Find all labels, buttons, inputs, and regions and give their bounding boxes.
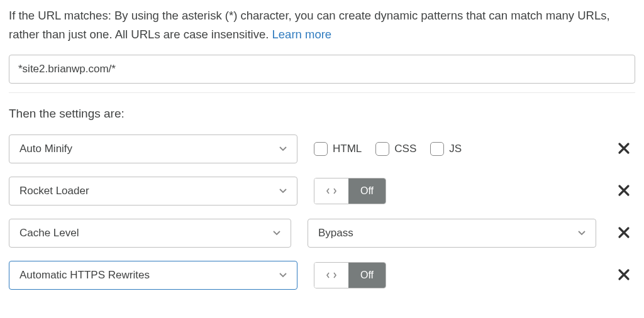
chevron-down-icon: [279, 189, 287, 194]
toggle-thumb-icon: [314, 178, 348, 204]
toggle-state-label: Off: [348, 178, 386, 204]
setting-select-https-rewrites[interactable]: Automatic HTTPS Rewrites: [9, 261, 297, 290]
divider: [9, 92, 635, 93]
setting-select-rocket-loader[interactable]: Rocket Loader: [9, 177, 297, 206]
select-label: Auto Minify: [19, 143, 72, 155]
url-match-help: If the URL matches: By using the asteris…: [9, 6, 635, 43]
chevron-down-icon: [273, 231, 280, 236]
select-label: Cache Level: [19, 227, 79, 239]
select-label: Automatic HTTPS Rewrites: [19, 269, 150, 282]
setting-select-cache-level[interactable]: Cache Level: [9, 219, 291, 248]
toggle-thumb-icon: [314, 263, 348, 288]
rocket-loader-toggle[interactable]: Off: [314, 178, 386, 204]
checkbox-label: JS: [449, 143, 462, 155]
chevron-down-icon: [578, 231, 586, 236]
chevron-down-icon: [279, 146, 287, 151]
checkbox-js[interactable]: JS: [430, 142, 462, 156]
checkbox-label: HTML: [333, 143, 362, 155]
toggle-state-label: Off: [348, 263, 386, 288]
settings-section-label: Then the settings are:: [9, 107, 635, 121]
setting-row: Auto Minify HTML CSS JS: [9, 134, 635, 163]
https-rewrites-toggle[interactable]: Off: [314, 262, 386, 288]
setting-select-auto-minify[interactable]: Auto Minify: [9, 134, 297, 163]
remove-setting-button[interactable]: [613, 180, 635, 202]
remove-setting-button[interactable]: [613, 265, 635, 286]
select-value-label: Bypass: [318, 227, 353, 239]
checkbox-box: [314, 142, 328, 156]
checkbox-box: [375, 142, 389, 156]
checkbox-html[interactable]: HTML: [314, 142, 362, 156]
chevron-down-icon: [279, 273, 287, 278]
url-pattern-input[interactable]: [9, 55, 635, 84]
learn-more-link[interactable]: Learn more: [272, 28, 332, 41]
setting-row: Rocket Loader Off: [9, 177, 635, 206]
setting-row: Automatic HTTPS Rewrites Off: [9, 261, 635, 290]
remove-setting-button[interactable]: [613, 222, 635, 244]
checkbox-css[interactable]: CSS: [375, 142, 416, 156]
cache-level-value-select[interactable]: Bypass: [308, 219, 596, 248]
remove-setting-button[interactable]: [613, 138, 635, 160]
setting-row: Cache Level Bypass: [9, 219, 635, 248]
select-label: Rocket Loader: [19, 185, 89, 197]
checkbox-label: CSS: [394, 143, 416, 155]
checkbox-box: [430, 142, 444, 156]
minify-checkbox-group: HTML CSS JS: [314, 142, 462, 156]
